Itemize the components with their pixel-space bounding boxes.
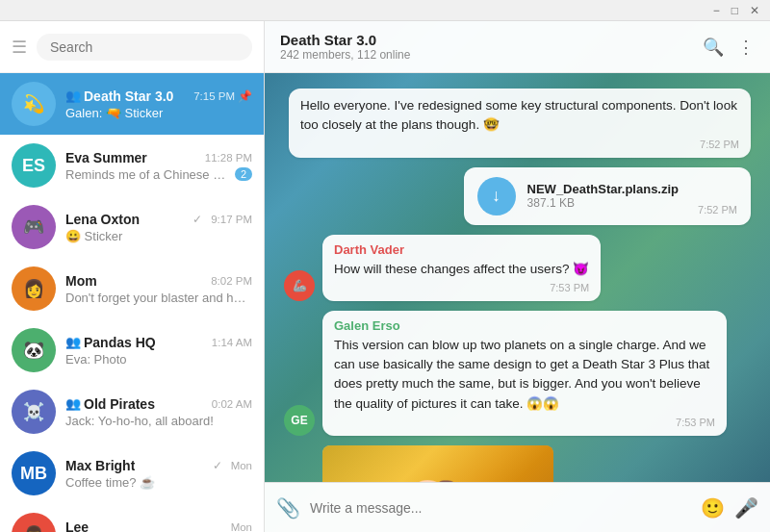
- chat-preview-old-pirates: Jack: Yo-ho-ho, all aboard!: [65, 414, 252, 428]
- unread-badge: 2: [235, 167, 252, 181]
- chat-item-old-pirates[interactable]: ☠️ 👥 Old Pirates 0:02 AM Jack: Yo-ho-ho,…: [0, 381, 264, 443]
- chat-item-lena-oxton[interactable]: 🎮 Lena Oxton ✓ 9:17 PM 😀 Sticker: [0, 196, 264, 258]
- mic-icon[interactable]: 🎤: [734, 496, 758, 519]
- chat-name-eva-summer: Eva Summer: [65, 150, 147, 165]
- avatar-darth: 🦾: [284, 270, 315, 301]
- file-name: NEW_DeathStar.plans.zip: [527, 182, 679, 196]
- check-icon: ✓: [192, 213, 202, 226]
- message-1: Hello everyone. I've redesigned some key…: [284, 89, 751, 158]
- chat-item-max-bright[interactable]: MB Max Bright ✓ Mon Coffee time? ☕: [0, 443, 264, 504]
- chat-item-lee[interactable]: 👨 Lee Mon We can call it Galaxy Star 7 ;…: [0, 504, 264, 532]
- group-icon: 👥: [65, 396, 81, 411]
- chat-preview-eva-summer: Reminds me of a Chinese prove... 2: [65, 167, 252, 182]
- file-size: 387.1 KB: [527, 196, 679, 210]
- download-icon[interactable]: ↓: [477, 177, 516, 215]
- avatar-eva-summer: ES: [12, 143, 56, 188]
- chat-name: Death Star 3.0: [280, 32, 703, 48]
- chat-name-mom: Mom: [65, 273, 97, 289]
- chat-name-death-star: 👥 Death Star 3.0: [65, 89, 173, 104]
- chat-area: Death Star 3.0 242 members, 112 online 🔍…: [265, 21, 770, 532]
- search-input[interactable]: [37, 34, 252, 61]
- chat-list: 💫 👥 Death Star 3.0 7:15 PM 📌 Galen: 🔫 St…: [0, 73, 264, 532]
- sidebar: ☰ 💫 👥 Death Star 3.0 7:15 PM 📌 Galen: 🔫 …: [0, 21, 265, 532]
- chat-item-mom[interactable]: 👩 Mom 8:02 PM Don't forget your blaster …: [0, 258, 264, 319]
- close-button[interactable]: ✕: [747, 4, 762, 17]
- sticker-image: 🐕: [322, 445, 553, 482]
- avatar-galen: GE: [284, 405, 315, 436]
- chat-time-death-star: 7:15 PM: [193, 90, 235, 102]
- message-input[interactable]: [310, 500, 691, 516]
- chat-info-mom: Mom 8:02 PM Don't forget your blaster an…: [65, 273, 252, 305]
- more-options-button[interactable]: ⋮: [737, 37, 755, 58]
- sender-name-galen: Galen Erso: [334, 318, 715, 333]
- message-text-3: How will these changes affect the users?…: [334, 260, 589, 279]
- chat-input-area: 📎 🙂 🎤: [265, 482, 770, 532]
- sender-name-darth: Darth Vader: [334, 242, 589, 257]
- hamburger-icon[interactable]: ☰: [12, 37, 27, 58]
- chat-preview-max-bright: Coffee time? ☕: [65, 475, 252, 490]
- chat-time-mom: 8:02 PM: [211, 275, 252, 287]
- chat-status: 242 members, 112 online: [280, 48, 703, 62]
- message-4: GE Galen Erso This version can blow up t…: [284, 311, 751, 436]
- check-icon: ✓: [213, 459, 222, 472]
- chat-name-lee: Lee: [65, 519, 89, 533]
- message-text-1: Hello everyone. I've redesigned some key…: [300, 96, 739, 136]
- group-icon: 👥: [65, 335, 81, 349]
- emoji-icon[interactable]: 🙂: [701, 496, 725, 519]
- chat-info-lena-oxton: Lena Oxton ✓ 9:17 PM 😀 Sticker: [65, 212, 252, 243]
- avatar-lee: 👨: [12, 513, 56, 532]
- file-bubble: ↓ NEW_DeathStar.plans.zip 387.1 KB 7:52 …: [464, 167, 751, 225]
- chat-item-eva-summer[interactable]: ES Eva Summer 11:28 PM Reminds me of a C…: [0, 135, 264, 196]
- chat-header: Death Star 3.0 242 members, 112 online 🔍…: [265, 21, 770, 73]
- pin-icon: 📌: [238, 89, 252, 103]
- chat-time-eva-summer: 11:28 PM: [205, 152, 252, 164]
- chat-item-death-star[interactable]: 💫 👥 Death Star 3.0 7:15 PM 📌 Galen: 🔫 St…: [0, 73, 264, 135]
- chat-time-lee: Mon: [231, 521, 252, 533]
- avatar-pandas-hq: 🐼: [12, 328, 56, 372]
- group-icon: 👥: [65, 89, 81, 103]
- file-info: NEW_DeathStar.plans.zip 387.1 KB: [527, 182, 679, 210]
- attach-icon[interactable]: 📎: [276, 496, 300, 519]
- message-3: 🦾 Darth Vader How will these changes aff…: [284, 235, 751, 301]
- avatar-lena-oxton: 🎮: [12, 205, 56, 249]
- messages-area: Hello everyone. I've redesigned some key…: [265, 73, 770, 482]
- chat-name-pandas-hq: 👥 Pandas HQ: [65, 335, 156, 350]
- chat-preview-mom: Don't forget your blaster and helmet: [65, 291, 252, 305]
- chat-item-pandas-hq[interactable]: 🐼 👥 Pandas HQ 1:14 AM Eva: Photo: [0, 319, 264, 381]
- chat-preview-lena-oxton: 😀 Sticker: [65, 229, 252, 243]
- avatar-death-star: 💫: [12, 82, 56, 126]
- message-2: ↓ NEW_DeathStar.plans.zip 387.1 KB 7:52 …: [284, 167, 751, 225]
- chat-preview-pandas-hq: Eva: Photo: [65, 352, 252, 367]
- avatar-max-bright: MB: [12, 451, 56, 495]
- message-time-4: 7:53 PM: [334, 417, 715, 428]
- chat-info-death-star: 👥 Death Star 3.0 7:15 PM 📌 Galen: 🔫 Stic…: [65, 89, 252, 120]
- file-time: 7:52 PM: [698, 204, 737, 215]
- message-5-sticker: 🌟 🐕: [284, 445, 751, 482]
- chat-name-old-pirates: 👥 Old Pirates: [65, 396, 155, 412]
- maximize-button[interactable]: □: [729, 4, 741, 17]
- titlebar: − □ ✕: [0, 0, 770, 21]
- chat-time-old-pirates: 0:02 AM: [212, 398, 252, 410]
- chat-name-max-bright: Max Bright: [65, 458, 135, 473]
- search-button[interactable]: 🔍: [703, 37, 724, 58]
- chat-info-old-pirates: 👥 Old Pirates 0:02 AM Jack: Yo-ho-ho, al…: [65, 396, 252, 428]
- avatar-mom: 👩: [12, 266, 56, 311]
- chat-time-lena-oxton: 9:17 PM: [211, 214, 252, 225]
- chat-header-info: Death Star 3.0 242 members, 112 online: [280, 32, 703, 62]
- chat-time-pandas-hq: 1:14 AM: [212, 337, 252, 348]
- chat-info-pandas-hq: 👥 Pandas HQ 1:14 AM Eva: Photo: [65, 335, 252, 367]
- message-time-3: 7:53 PM: [334, 282, 589, 293]
- message-text-4: This version can blow up two planets on …: [334, 336, 715, 414]
- message-bubble-3: Darth Vader How will these changes affec…: [322, 235, 601, 301]
- chat-info-lee: Lee Mon We can call it Galaxy Star 7 ;): [65, 519, 252, 533]
- sidebar-header: ☰: [0, 21, 264, 73]
- message-bubble-1: Hello everyone. I've redesigned some key…: [289, 89, 751, 158]
- minimize-button[interactable]: −: [710, 4, 723, 17]
- chat-info-eva-summer: Eva Summer 11:28 PM Reminds me of a Chin…: [65, 150, 252, 182]
- chat-time-max-bright: Mon: [231, 460, 252, 471]
- chat-info-max-bright: Max Bright ✓ Mon Coffee time? ☕: [65, 458, 252, 490]
- chat-preview-death-star: Galen: 🔫 Sticker: [65, 106, 252, 120]
- message-time-1: 7:52 PM: [300, 139, 739, 150]
- message-bubble-4: Galen Erso This version can blow up two …: [322, 311, 727, 436]
- chat-name-lena-oxton: Lena Oxton: [65, 212, 140, 227]
